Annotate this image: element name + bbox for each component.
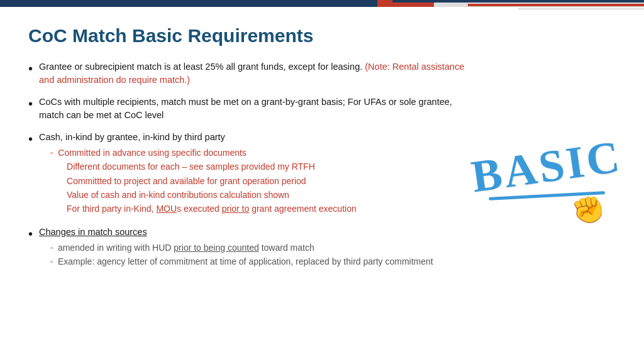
sub-dot-1: ▫ [50, 148, 53, 158]
bullet-item-3: • Cash, in-kind by grantee, in-kind by t… [28, 131, 465, 217]
page-title: CoC Match Basic Requirements [28, 25, 616, 47]
changes-sub-dot-1: ▫ [50, 243, 53, 253]
bullet-text-3: Cash, in-kind by grantee, in-kind by thi… [39, 131, 465, 217]
bullet-dot-1: • [28, 60, 33, 77]
sub-text-committed: Committed in advance using specific docu… [58, 146, 247, 159]
sub-list-3: ▫ Committed in advance using specific do… [50, 146, 465, 215]
prior-being-counted: prior to being counted [174, 243, 258, 253]
bullet-item-2: • CoCs with multiple recipients, match m… [28, 96, 465, 122]
text-area: • Grantee or subrecipient match is at le… [28, 60, 465, 274]
changes-item: • Changes in match sources ▫ amended in … [28, 226, 465, 270]
bullet-item-1: • Grantee or subrecipient match is at le… [28, 60, 465, 87]
basic-visual: BASIC ✊ [480, 136, 613, 236]
deco-line-1 [392, 0, 644, 3]
changes-sub-text-1: amended in writing with HUD prior to bei… [58, 241, 314, 254]
bullet-dot-3: • [28, 131, 33, 147]
bullet-text-2: CoCs with multiple recipients, match mus… [39, 96, 465, 122]
changes-sub-dot-2: ▫ [50, 257, 53, 267]
sub-item-committed: ▫ Committed in advance using specific do… [50, 146, 465, 159]
prior-to-underline: prior to [222, 204, 250, 214]
sub-item-third-party: For third party in-Kind, MOUs executed p… [67, 202, 465, 215]
changes-sub-text-2: Example: agency letter of commitment at … [58, 255, 433, 268]
changes-sub-2: ▫ Example: agency letter of commitment a… [50, 255, 465, 268]
image-area: BASIC ✊ [477, 98, 616, 274]
main-content: CoC Match Basic Requirements • Grantee o… [0, 6, 644, 362]
sub-item-committted: Committted to project and available for … [67, 175, 465, 187]
bullet-dot-changes: • [28, 226, 33, 242]
bullet-dot-2: • [28, 96, 33, 112]
bullet1-black-text: Grantee or subrecipient match is at leas… [39, 62, 365, 72]
bullet-text-changes: Changes in match sources ▫ amended in wr… [39, 226, 465, 270]
content-area: • Grantee or subrecipient match is at le… [28, 60, 616, 274]
changes-sub-list: ▫ amended in writing with HUD prior to b… [50, 241, 465, 268]
mou-underline: MOU [156, 204, 177, 214]
sub-item-different: Different documents for each – see sampl… [67, 160, 465, 173]
bullet-text-1: Grantee or subrecipient match is at leas… [39, 60, 465, 87]
sub-item-value: Value of cash and in-kind contributions … [67, 189, 465, 201]
changes-label: Changes in match sources [39, 227, 147, 237]
changes-sub-1: ▫ amended in writing with HUD prior to b… [50, 241, 465, 254]
